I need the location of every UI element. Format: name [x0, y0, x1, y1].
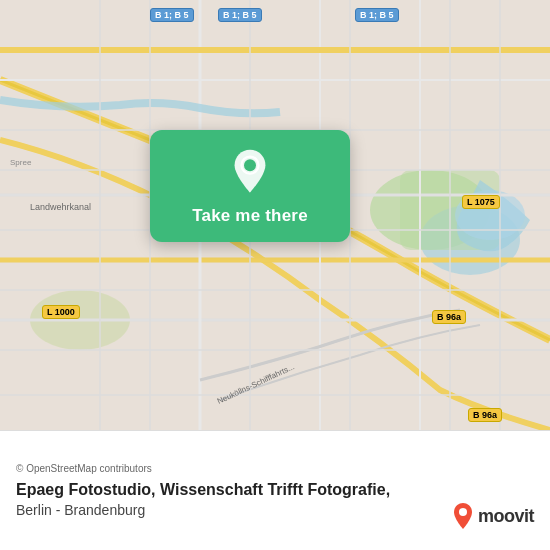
- road-badge-l1075: L 1075: [462, 195, 500, 209]
- svg-point-29: [244, 159, 256, 171]
- place-name: Epaeg Fotostudio, Wissenschaft Trifft Fo…: [16, 480, 534, 501]
- road-badge-b96a-2: B 96a: [468, 408, 502, 422]
- moovit-pin-icon: [452, 502, 474, 530]
- location-pin-icon: [226, 148, 274, 196]
- map-attribution: © OpenStreetMap contributors: [16, 463, 534, 474]
- take-me-there-button[interactable]: Take me there: [192, 206, 308, 226]
- moovit-text: moovit: [478, 506, 534, 527]
- svg-text:Spree: Spree: [10, 158, 32, 167]
- svg-text:Landwehrkanal: Landwehrkanal: [30, 202, 91, 212]
- road-badge-b1b5-1: B 1; B 5: [150, 8, 194, 22]
- road-badge-b1b5-3: B 1; B 5: [355, 8, 399, 22]
- map-container: Landwehrkanal Neuköllns-Schifffahrts... …: [0, 0, 550, 430]
- road-badge-l1000: L 1000: [42, 305, 80, 319]
- take-me-there-card[interactable]: Take me there: [150, 130, 350, 242]
- svg-point-31: [459, 508, 467, 516]
- road-badge-b96a-1: B 96a: [432, 310, 466, 324]
- road-badge-b1b5-2: B 1; B 5: [218, 8, 262, 22]
- moovit-logo: moovit: [452, 502, 534, 530]
- bottom-bar: © OpenStreetMap contributors Epaeg Fotos…: [0, 430, 550, 550]
